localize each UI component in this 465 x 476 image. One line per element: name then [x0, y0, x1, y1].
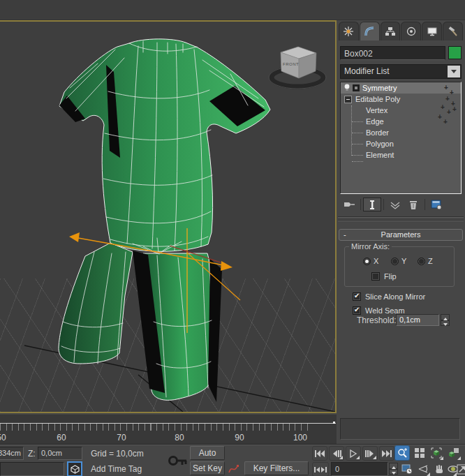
zoom-button[interactable] [394, 445, 410, 461]
modifier-list-dropdown[interactable]: Modifier List [340, 64, 462, 79]
threshold-spinner[interactable] [441, 314, 450, 326]
slice-along-mirror-checkbox[interactable]: Slice Along Mirror [353, 292, 425, 301]
zoom-all-icon [414, 447, 425, 459]
parameters-rollout-header[interactable]: - Parameters [339, 229, 463, 241]
object-color-swatch[interactable] [448, 46, 462, 59]
key-filters-button[interactable]: Key Filters... [244, 461, 309, 475]
flip-checkbox[interactable]: Flip [371, 272, 397, 281]
trash-icon [408, 200, 418, 210]
command-panel: Box002 Modifier List Symmetry Editable P… [337, 20, 465, 444]
radio-axis-y[interactable]: Y [391, 257, 406, 265]
create-icon [343, 26, 354, 37]
radio-axis-z[interactable]: Z [418, 257, 433, 265]
play-button[interactable] [346, 446, 361, 461]
coordinate-x-field[interactable]: 834cm [0, 447, 24, 460]
key-tangents-icon[interactable] [228, 463, 242, 475]
tab-motion[interactable] [401, 22, 421, 40]
zoom-extents-button[interactable] [429, 445, 444, 461]
spinner-down-icon [441, 320, 450, 327]
make-unique-icon [390, 200, 401, 209]
radio-axis-x[interactable]: X [363, 257, 378, 265]
field-of-view-button[interactable] [415, 461, 431, 476]
tree-line [351, 105, 352, 156]
modifier-stack: Symmetry Editable Poly Vertex Edge Borde… [340, 82, 462, 194]
play-icon [348, 449, 358, 458]
hierarchy-icon [385, 26, 396, 37]
tab-create[interactable] [339, 22, 359, 40]
perspective-viewport[interactable]: FRONT [0, 20, 337, 413]
3dsmax-window: FRONT [0, 0, 465, 476]
coordinate-z-field[interactable]: 0,0cm [38, 447, 82, 460]
maximize-viewport-toggle[interactable] [457, 461, 465, 476]
previous-frame-button[interactable] [329, 446, 344, 461]
toolbar-strip [0, 0, 465, 20]
set-key-button[interactable]: Set Key [190, 461, 225, 475]
radio-icon [391, 258, 399, 265]
symmetry-modifier-icon [353, 84, 360, 91]
viewcube-front-label: FRONT [283, 62, 299, 66]
zoom-extents-all-button[interactable] [446, 445, 462, 461]
stack-item-symmetry[interactable]: Symmetry [341, 82, 461, 94]
next-frame-button[interactable] [362, 446, 378, 461]
frame-spinner[interactable] [389, 463, 398, 475]
collapse-expander-icon[interactable] [344, 96, 352, 103]
go-to-end-button[interactable] [379, 446, 394, 461]
tab-utilities[interactable] [443, 22, 463, 40]
checkbox-icon [353, 292, 361, 301]
threshold-label: Threshold: [357, 315, 397, 325]
status-bar: 834cm Z: 0,0cm Grid = 10,0cm Add Time Ta… [0, 444, 465, 476]
zoom-icon [397, 447, 408, 459]
tab-display[interactable] [422, 22, 442, 40]
chevron-down-icon [448, 66, 460, 77]
go-to-start-icon [314, 449, 325, 458]
make-unique-button[interactable] [386, 198, 404, 211]
timeline-ticks [0, 424, 312, 431]
divider [338, 216, 464, 218]
parameters-rollout: - Parameters Mirror Axis: X Y [339, 229, 463, 336]
pan-hand-icon [434, 463, 445, 475]
modifier-list-label: Modifier List [344, 66, 390, 76]
timeline-label: 70 [117, 433, 126, 442]
isolate-selection-toggle[interactable] [67, 461, 82, 476]
show-end-result-button[interactable] [363, 198, 381, 211]
radio-icon [418, 258, 425, 265]
spinner-up-icon [441, 314, 450, 320]
threshold-field[interactable]: 0,1cm [396, 314, 439, 326]
rollout-title: Parameters [381, 230, 421, 239]
checkbox-icon [371, 272, 380, 281]
zoom-all-button[interactable] [412, 445, 427, 461]
previous-frame-icon [331, 449, 342, 458]
motion-icon [406, 26, 417, 37]
stack-item-label: Editable Poly [355, 95, 400, 103]
key-mode-toggle[interactable] [312, 462, 329, 476]
timeline-label: 60 [57, 433, 66, 442]
viewcube[interactable]: FRONT [269, 47, 326, 89]
collapse-icon: - [344, 230, 346, 240]
time-configuration-icon [401, 463, 413, 475]
object-name-field[interactable]: Box002 [340, 46, 445, 60]
orbit-button[interactable] [448, 461, 457, 476]
z-coordinate-label: Z: [28, 449, 36, 459]
field-of-view-icon [418, 463, 429, 475]
configure-modifier-sets-button[interactable] [427, 198, 445, 211]
current-frame-field[interactable]: 0 [331, 462, 388, 476]
timeline-label: 100 [293, 433, 307, 442]
orbit-icon [448, 463, 457, 475]
zoom-extents-icon [431, 447, 442, 459]
timeline-label: 80 [175, 433, 184, 442]
configure-modifier-sets-icon [431, 200, 443, 210]
modify-icon [364, 26, 375, 37]
remove-modifier-button[interactable] [404, 198, 422, 211]
panel-empty-inset [340, 418, 460, 440]
set-key-mode-icon[interactable] [168, 450, 187, 471]
tab-modify[interactable] [360, 22, 380, 40]
pin-stack-button[interactable] [340, 198, 358, 211]
add-time-tag[interactable]: Add Time Tag [91, 464, 168, 474]
time-configuration-button[interactable] [399, 461, 415, 476]
time-slider[interactable]: 50 60 70 80 90 100 [0, 415, 337, 444]
tab-hierarchy[interactable] [381, 22, 401, 40]
go-to-start-button[interactable] [312, 446, 327, 461]
pan-view-button[interactable] [431, 461, 447, 476]
stack-item-label: Symmetry [362, 84, 397, 92]
auto-key-button[interactable]: Auto Key [190, 446, 225, 460]
